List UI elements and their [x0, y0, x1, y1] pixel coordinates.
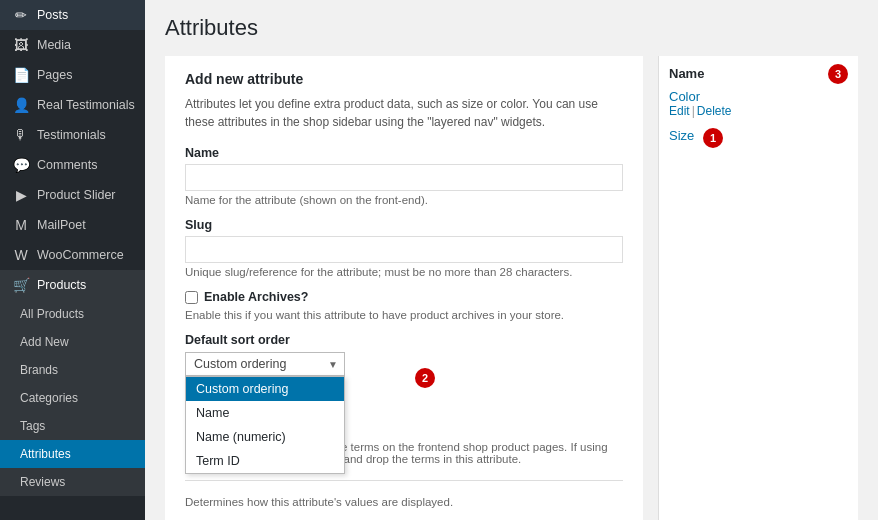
attribute-color-delete[interactable]: Delete	[697, 104, 732, 118]
action-separator: |	[692, 104, 695, 118]
sidebar-item-testimonials[interactable]: 🎙 Testimonials	[0, 120, 145, 150]
add-new-description: Attributes let you define extra product …	[185, 95, 623, 131]
sort-order-section: Default sort order Custom ordering ▼ Cus…	[185, 333, 623, 465]
sort-dropdown-menu: Custom ordering Name Name (numeric) Term…	[185, 376, 345, 474]
comments-icon: 💬	[12, 157, 30, 173]
sidebar-item-attributes[interactable]: Attributes	[0, 440, 145, 468]
name-hint: Name for the attribute (shown on the fro…	[185, 194, 623, 206]
slug-field-group: Slug Unique slug/reference for the attri…	[185, 218, 623, 278]
add-new-attribute-title: Add new attribute	[185, 71, 623, 87]
right-panel-column-title: Name	[669, 66, 848, 81]
sort-option-custom[interactable]: Custom ordering	[186, 377, 344, 401]
sidebar-item-posts[interactable]: ✏ Posts	[0, 0, 145, 30]
attribute-row-color: Color Edit | Delete	[669, 89, 848, 118]
sort-dropdown-button[interactable]: Custom ordering ▼	[185, 352, 345, 376]
badge-1: 1	[703, 128, 723, 148]
badge-3: 3	[828, 64, 848, 84]
sidebar-item-add-new[interactable]: Add New	[0, 328, 145, 356]
slug-label: Slug	[185, 218, 623, 232]
sidebar-item-pages[interactable]: 📄 Pages	[0, 60, 145, 90]
sidebar-item-product-slider[interactable]: ▶ Product Slider	[0, 180, 145, 210]
sidebar-item-brands[interactable]: Brands	[0, 356, 145, 384]
attribute-color-edit[interactable]: Edit	[669, 104, 690, 118]
mailpoet-icon: M	[12, 217, 30, 233]
sort-option-name[interactable]: Name	[186, 401, 344, 425]
dropdown-arrow-icon: ▼	[328, 359, 338, 370]
testimonials-icon: 🎙	[12, 127, 30, 143]
sidebar-item-tags[interactable]: Tags	[0, 412, 145, 440]
attributes-form: Add new attribute Attributes let you def…	[165, 56, 643, 520]
sidebar-item-media[interactable]: 🖼 Media	[0, 30, 145, 60]
sidebar-item-categories[interactable]: Categories	[0, 384, 145, 412]
sort-option-name-numeric[interactable]: Name (numeric)	[186, 425, 344, 449]
determines-text: Determines how this attribute's values a…	[185, 496, 623, 508]
slug-hint: Unique slug/reference for the attribute;…	[185, 266, 623, 278]
pages-icon: 📄	[12, 67, 30, 83]
name-field-group: Name Name for the attribute (shown on th…	[185, 146, 623, 206]
sidebar: ✏ Posts 🖼 Media 📄 Pages 👤 Real Testimoni…	[0, 0, 145, 520]
attribute-size-name[interactable]: Size	[669, 128, 848, 143]
badge-2: 2	[415, 368, 435, 388]
sidebar-item-comments[interactable]: 💬 Comments	[0, 150, 145, 180]
products-icon: 🛒	[12, 277, 30, 293]
attribute-row-size: Size	[669, 128, 848, 143]
name-label: Name	[185, 146, 623, 160]
media-icon: 🖼	[12, 37, 30, 53]
archives-label: Enable Archives?	[204, 290, 308, 304]
attribute-color-name[interactable]: Color	[669, 89, 848, 104]
divider	[185, 480, 623, 481]
sort-selected-label: Custom ordering	[194, 357, 286, 371]
sidebar-item-products[interactable]: 🛒 Products	[0, 270, 145, 300]
sidebar-item-real-testimonials[interactable]: 👤 Real Testimonials	[0, 90, 145, 120]
page-title: Attributes	[165, 15, 858, 41]
posts-icon: ✏	[12, 7, 30, 23]
woocommerce-icon: W	[12, 247, 30, 263]
name-input[interactable]	[185, 164, 623, 191]
archives-hint: Enable this if you want this attribute t…	[185, 309, 623, 321]
archives-checkbox-row: Enable Archives?	[185, 290, 623, 304]
sidebar-item-woocommerce[interactable]: W WooCommerce	[0, 240, 145, 270]
sort-dropdown-wrapper: Custom ordering ▼ Custom ordering Name N…	[185, 352, 345, 376]
real-testimonials-icon: 👤	[12, 97, 30, 113]
product-slider-icon: ▶	[12, 187, 30, 203]
sidebar-item-all-products[interactable]: All Products	[0, 300, 145, 328]
sort-option-term-id[interactable]: Term ID	[186, 449, 344, 473]
sidebar-item-mailpoet[interactable]: M MailPoet	[0, 210, 145, 240]
sidebar-item-reviews[interactable]: Reviews	[0, 468, 145, 496]
archives-checkbox[interactable]	[185, 291, 198, 304]
sort-label: Default sort order	[185, 333, 623, 347]
main-content: Attributes Add new attribute Attributes …	[145, 0, 878, 520]
products-submenu: All Products Add New Brands Categories T…	[0, 300, 145, 496]
slug-input[interactable]	[185, 236, 623, 263]
attribute-color-actions: Edit | Delete	[669, 104, 848, 118]
right-panel: Name Color Edit | Delete Size 3	[658, 56, 858, 520]
